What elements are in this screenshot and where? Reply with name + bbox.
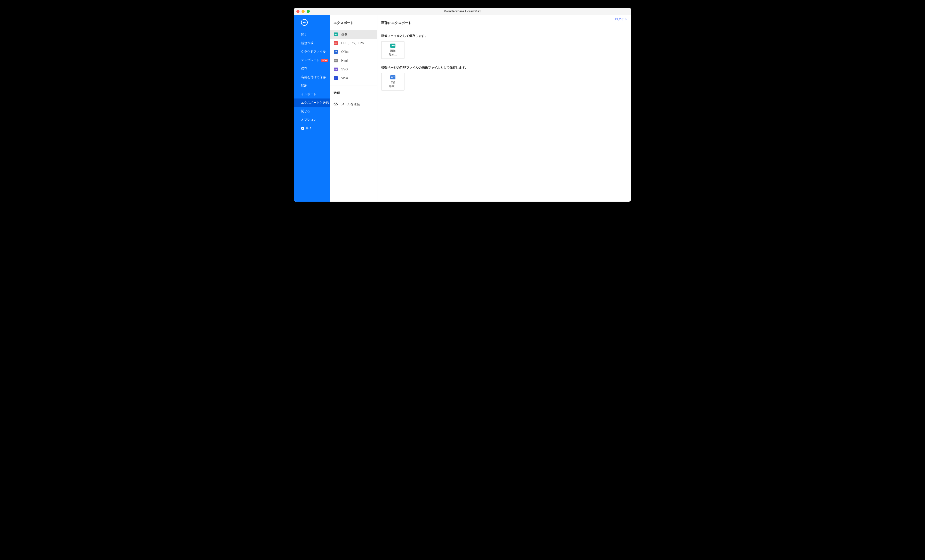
export-type-svg[interactable]: SVGSVG: [330, 65, 377, 74]
export-image-tile[interactable]: JPG 画像 形式...: [381, 41, 404, 59]
sidebar-item-5[interactable]: 名前を付けて保存: [294, 73, 330, 81]
export-type-visio[interactable]: VVisio: [330, 74, 377, 83]
export-type-pdf、ps、eps[interactable]: PDFPDF、PS、EPS: [330, 39, 377, 47]
sidebar-item-11[interactable]: 終了: [294, 124, 330, 132]
sidebar-item-9[interactable]: 閉じる: [294, 107, 330, 116]
app-window: Wondershare EdrawMax 開く新規作成クラウドファイルテンプレー…: [294, 8, 631, 202]
sidebar-item-label: 保存: [301, 66, 307, 71]
tile1-line1: 画像: [390, 49, 396, 53]
traffic-lights: [296, 10, 310, 13]
main-header: 画像にエクスポート: [377, 15, 631, 30]
jpg-icon: JPG: [333, 32, 338, 37]
tile2-line2: 形式...: [389, 84, 397, 88]
export-type-label: PDF、PS、EPS: [341, 41, 364, 45]
section2-title: 複数ページのTIFFファイルの画像ファイルとして保存します。: [381, 65, 627, 70]
exit-icon: [301, 127, 304, 130]
export-type-label: Office: [341, 50, 349, 54]
sidebar-item-label: オプション: [301, 117, 316, 122]
pdf-icon: PDF: [333, 41, 338, 45]
maximize-window-button[interactable]: [307, 10, 310, 13]
sidebar-item-6[interactable]: 印刷: [294, 81, 330, 90]
send-email-label: メールを送信: [341, 102, 360, 107]
sidebar-item-2[interactable]: クラウドファイル: [294, 47, 330, 56]
section1-title: 画像ファイルとして保存します。: [381, 34, 627, 38]
sidebar-item-label: 開く: [301, 33, 307, 37]
sidebar-item-0[interactable]: 開く: [294, 30, 330, 39]
sidebar-item-label: 名前を付けて保存: [301, 75, 326, 80]
minimize-window-button[interactable]: [301, 10, 304, 13]
tile1-line2: 形式...: [389, 53, 397, 56]
html-icon: HTML: [333, 58, 338, 63]
app-body: 開く新規作成クラウドファイルテンプレートNEW保存名前を付けて保存印刷インポート…: [294, 15, 631, 202]
w-icon: W: [333, 50, 338, 54]
titlebar: Wondershare EdrawMax: [294, 8, 631, 15]
tiff-icon: TIFF: [390, 75, 395, 80]
sidebar-item-label: エクスポートと送信: [301, 101, 329, 105]
divider: [330, 86, 377, 86]
sidebar-item-label: テンプレート: [301, 58, 319, 62]
svg-icon: SVG: [333, 67, 338, 72]
export-type-画像[interactable]: JPG画像: [330, 30, 377, 39]
export-type-office[interactable]: WOffice: [330, 47, 377, 56]
login-link[interactable]: ログイン: [615, 17, 627, 21]
sidebar-item-label: 閉じる: [301, 109, 310, 113]
sidebar-item-3[interactable]: テンプレートNEW: [294, 56, 330, 65]
new-badge: NEW: [321, 59, 328, 62]
main-content: 画像ファイルとして保存します。 JPG 画像 形式... 複数ページのTIFFフ…: [377, 30, 631, 101]
jpg-icon: JPG: [390, 44, 395, 48]
close-window-button[interactable]: [296, 10, 300, 13]
sidebar-item-8[interactable]: エクスポートと送信: [294, 98, 330, 107]
back-button[interactable]: [301, 19, 308, 26]
send-email-item[interactable]: メールを送信: [330, 100, 377, 108]
export-tiff-tile[interactable]: TIFF Tiff 形式...: [381, 73, 404, 90]
sidebar-item-label: 新規作成: [301, 41, 313, 45]
export-type-label: Visio: [341, 76, 348, 80]
export-type-html[interactable]: HTMLHtml: [330, 56, 377, 65]
mail-icon: [333, 102, 338, 107]
sidebar-item-7[interactable]: インポート: [294, 90, 330, 98]
svg-rect-2: [302, 128, 303, 129]
sidebar-item-1[interactable]: 新規作成: [294, 39, 330, 47]
svg-rect-3: [334, 103, 337, 105]
sidebar-item-label: 印刷: [301, 84, 307, 88]
export-header: エクスポート: [330, 15, 377, 30]
export-type-label: 画像: [341, 32, 348, 37]
main-panel: 画像にエクスポート ログイン 画像ファイルとして保存します。 JPG 画像 形式…: [377, 15, 631, 202]
sidebar-item-10[interactable]: オプション: [294, 116, 330, 124]
window-title: Wondershare EdrawMax: [294, 9, 631, 13]
export-type-column: エクスポート JPG画像PDFPDF、PS、EPSWOfficeHTMLHtml…: [330, 15, 377, 202]
arrow-left-icon: [303, 21, 306, 24]
export-type-label: SVG: [341, 68, 348, 71]
sidebar-item-label: 終了: [306, 126, 312, 131]
sidebar: 開く新規作成クラウドファイルテンプレートNEW保存名前を付けて保存印刷インポート…: [294, 15, 330, 202]
tile2-line1: Tiff: [391, 81, 395, 84]
export-type-label: Html: [341, 59, 348, 62]
v-icon: V: [333, 76, 338, 80]
sidebar-item-4[interactable]: 保存: [294, 65, 330, 73]
send-header: 送信: [330, 89, 377, 100]
sidebar-item-label: クラウドファイル: [301, 50, 326, 54]
sidebar-item-label: インポート: [301, 92, 316, 96]
